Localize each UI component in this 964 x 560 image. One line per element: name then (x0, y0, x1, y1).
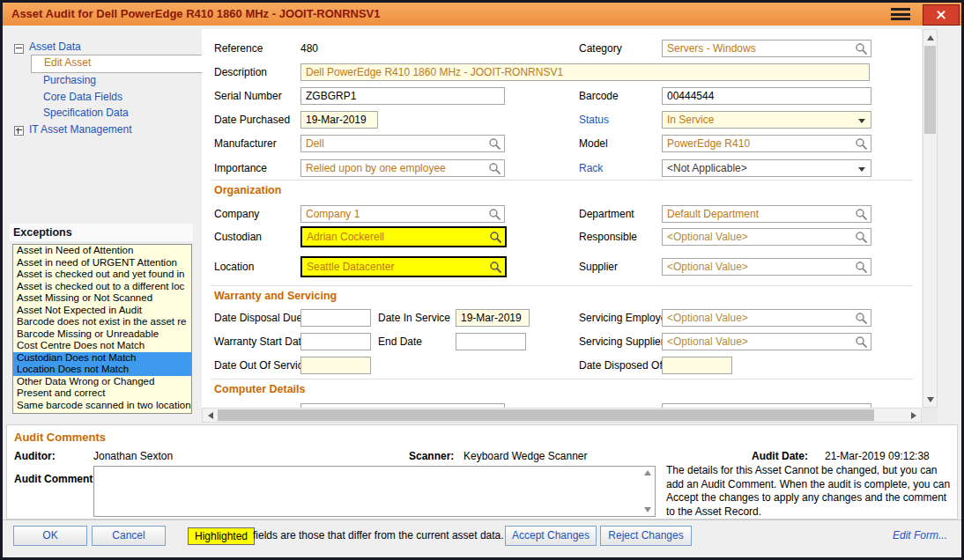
audit-comment-input[interactable] (93, 466, 656, 517)
cancel-button[interactable]: Cancel (92, 526, 166, 546)
section-divider (211, 285, 913, 286)
date-disposed-of-field[interactable] (662, 357, 732, 374)
date-out-of-service-label: Date Out Of Service (214, 359, 308, 372)
scroll-up-icon[interactable] (644, 470, 651, 475)
exception-item[interactable]: Asset in need of URGENT Attention (13, 257, 191, 269)
servicing-supplier-field[interactable]: <Optional Value> (662, 333, 871, 350)
horizontal-scrollbar[interactable] (202, 408, 922, 423)
rack-label[interactable]: Rack (579, 162, 603, 174)
chevron-down-icon[interactable] (858, 119, 865, 123)
search-icon[interactable] (855, 42, 868, 55)
search-icon[interactable] (488, 162, 501, 175)
status-label[interactable]: Status (579, 114, 609, 126)
date-out-of-service-field[interactable] (300, 357, 371, 374)
close-icon[interactable] (923, 4, 960, 26)
search-icon[interactable] (855, 261, 868, 274)
exception-item[interactable]: Asset is checked out and yet found in (13, 269, 191, 281)
hamburger-menu-icon[interactable] (891, 8, 910, 21)
manufacturer-field[interactable]: Dell (300, 135, 505, 152)
model-field[interactable]: PowerEdge R410 (662, 135, 871, 152)
rack-dropdown[interactable]: <Not Applicable> (662, 159, 871, 177)
exception-item[interactable]: Asset Missing or Not Scanned (13, 292, 191, 305)
audit-info-text: The details for this Asset Cannot be cha… (666, 464, 955, 519)
chevron-down-icon[interactable] (858, 167, 865, 172)
date-in-service-field[interactable]: 19-Mar-2019 (456, 309, 530, 327)
scroll-down-icon[interactable] (923, 393, 937, 406)
category-field[interactable]: Servers - Windows (662, 40, 871, 57)
tree-item-specification-data[interactable]: Specification Data (43, 107, 129, 119)
custodian-label: Custodian (214, 231, 262, 243)
tree-item-it-asset-management[interactable]: IT Asset Management (29, 123, 132, 136)
exception-item[interactable]: Asset in Need of Attention (13, 245, 191, 257)
search-icon[interactable] (489, 261, 502, 274)
accept-changes-button[interactable]: Accept Changes (505, 526, 597, 546)
custodian-field-highlighted[interactable]: Adrian Cockerell (300, 226, 507, 247)
warranty-start-date-label: Warranty Start Date (214, 335, 308, 348)
rack-value: <Not Applicable> (667, 162, 747, 174)
tree-item-core-data-fields[interactable]: Core Data Fields (43, 91, 122, 103)
company-field[interactable]: Company 1 (300, 205, 505, 223)
exception-item[interactable]: Present and correct (13, 387, 191, 400)
category-label: Category (579, 42, 622, 55)
horizontal-scroll-thumb[interactable] (218, 409, 874, 421)
supplier-field[interactable]: <Optional Value> (662, 258, 871, 276)
reject-changes-button[interactable]: Reject Changes (600, 526, 692, 546)
search-icon[interactable] (855, 335, 868, 349)
search-icon[interactable] (855, 208, 868, 221)
tree-item-edit-asset[interactable]: Edit Asset (31, 55, 205, 73)
barcode-field[interactable]: 00444544 (662, 87, 871, 105)
location-value: Seattle Datacenter (307, 261, 394, 273)
department-field[interactable]: Default Department (662, 205, 871, 223)
exception-item[interactable]: Other Data Wrong or Changed (13, 376, 191, 388)
supplier-label: Supplier (579, 261, 618, 273)
date-purchased-field[interactable]: 19-Mar-2019 (300, 111, 378, 129)
search-icon[interactable] (855, 137, 868, 151)
end-date-field[interactable] (456, 333, 526, 350)
asset-form-panel: Reference 480 Category Servers - Windows… (202, 29, 922, 408)
window-title: Asset Audit for Dell PowerEdge R410 1860… (11, 7, 381, 20)
exception-item[interactable]: Cost Centre Does not Match (13, 340, 191, 352)
status-dropdown[interactable]: In Service (662, 111, 871, 129)
servicing-employee-field[interactable]: <Optional Value> (662, 309, 871, 327)
location-field-highlighted[interactable]: Seattle Datacenter (300, 256, 507, 277)
importance-field[interactable]: Relied upon by one employee (300, 159, 505, 177)
search-icon[interactable] (488, 137, 501, 151)
scroll-left-icon[interactable] (204, 409, 217, 422)
description-value: Dell PowerEdge R410 1860 MHz - JOOIT-RON… (306, 66, 563, 78)
exception-item-selected[interactable]: Location Does not Match (13, 364, 191, 376)
audit-comments-panel: Audit Comments Auditor: Jonathan Sexton … (6, 424, 958, 519)
scroll-right-icon[interactable] (907, 409, 920, 422)
warranty-start-date-field[interactable] (300, 333, 371, 350)
exception-item[interactable]: Asset Not Expected in Audit (13, 305, 191, 317)
tree-item-asset-data[interactable]: Asset Data (29, 41, 81, 53)
collapse-icon[interactable] (14, 44, 24, 54)
organization-section-header: Organization (214, 184, 281, 196)
vertical-scroll-thumb[interactable] (924, 46, 936, 134)
exception-item[interactable]: Same barcode scanned in two location (13, 400, 191, 412)
exception-item[interactable]: Barcode does not exist in the asset re (13, 316, 191, 328)
date-disposal-due-field[interactable] (300, 309, 371, 327)
search-icon[interactable] (855, 312, 868, 325)
date-disposal-due-label: Date Disposal Due (214, 312, 302, 324)
scroll-up-icon[interactable] (923, 31, 937, 44)
company-label: Company (214, 208, 259, 220)
search-icon[interactable] (488, 208, 501, 221)
department-label: Department (579, 208, 634, 220)
serial-number-field[interactable]: ZGBGRP1 (300, 87, 505, 105)
responsible-field[interactable]: <Optional Value> (662, 228, 871, 246)
audit-date-label: Audit Date: (752, 450, 808, 462)
exception-item[interactable]: Asset is checked out to a different loc (13, 281, 191, 293)
vertical-scrollbar[interactable] (923, 29, 938, 408)
description-field[interactable]: Dell PowerEdge R410 1860 MHz - JOOIT-RON… (300, 63, 870, 81)
search-icon[interactable] (489, 231, 502, 244)
exception-item[interactable]: Barcode Missing or Unreadable (13, 328, 191, 341)
exception-item-selected[interactable]: Custodian Does not Match (13, 352, 191, 365)
expand-icon[interactable] (14, 126, 24, 136)
manufacturer-label: Manufacturer (214, 137, 277, 150)
edit-form-link[interactable]: Edit Form... (893, 529, 947, 542)
tree-item-purchasing[interactable]: Purchasing (43, 74, 96, 86)
ok-button[interactable]: OK (13, 526, 87, 546)
search-icon[interactable] (855, 231, 868, 244)
scroll-down-icon[interactable] (644, 507, 651, 512)
servicing-supplier-label: Servicing Supplier (579, 335, 664, 348)
